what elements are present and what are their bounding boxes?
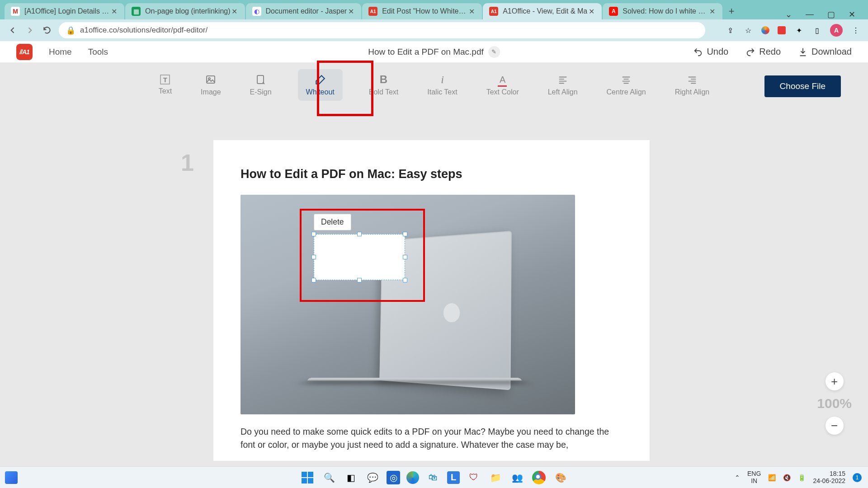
tray-chevron-icon[interactable]: ⌃ [735,474,740,481]
document-paragraph: Do you need to make some quick edits to … [241,425,623,452]
back-button[interactable] [7,25,18,36]
document-heading: How to Edit a PDF on Mac: Easy steps [241,167,623,181]
taskbar-app-icon[interactable]: L [447,471,460,484]
browser-tab-active[interactable]: A1 A1Office - View, Edit & Ma ✕ [483,3,602,19]
resize-handle[interactable] [311,278,316,282]
extension-icon[interactable] [761,26,769,34]
close-window-icon[interactable]: ✕ [849,9,855,19]
chat-icon[interactable]: 💬 [365,470,380,485]
undo-button[interactable]: Undo [693,47,728,57]
panel-icon[interactable]: ▯ [812,25,822,35]
delete-tooltip[interactable]: Delete [314,214,351,230]
resize-handle[interactable] [357,232,362,236]
star-icon[interactable]: ☆ [743,25,753,35]
close-icon[interactable]: ✕ [708,7,716,15]
lock-icon: 🔒 [66,26,75,35]
close-icon[interactable]: ✕ [110,7,118,15]
tool-italic[interactable]: i Italic Text [425,70,460,100]
clock[interactable]: 18:15 24-06-2022 [813,470,845,484]
close-icon[interactable]: ✕ [231,7,239,15]
browser-tab[interactable]: A Solved: How do I white out ✕ [603,3,722,19]
browser-tab[interactable]: A1 Edit Post "How to White Ou ✕ [362,3,482,19]
browser-tab[interactable]: ▦ On-page blog (interlinking) ✕ [125,3,245,19]
nav-home[interactable]: Home [49,47,72,57]
reload-button[interactable] [42,25,52,36]
browser-address-bar: 🔒 a1office.co/solutions/editor/pdf-edito… [0,19,868,41]
chrome-icon[interactable] [531,470,547,485]
choose-file-button[interactable]: Choose File [764,75,841,97]
gmail-icon: M [11,7,20,16]
chevron-down-icon[interactable]: ⌄ [785,9,792,19]
store-icon[interactable]: 🛍 [425,470,441,485]
edit-title-button[interactable]: ✎ [488,46,500,58]
forward-button[interactable] [24,25,35,36]
mcafee-icon[interactable]: 🛡 [466,470,481,485]
extension-icon[interactable] [778,26,786,34]
nav-tools[interactable]: Tools [88,47,108,57]
start-button[interactable] [300,470,315,485]
tool-bold[interactable]: B Bold Text [366,70,401,100]
edge-icon[interactable] [406,471,419,484]
document-title: How to Edit a PDF on Mac.pdf [368,47,484,57]
tool-image[interactable]: Image [198,70,223,100]
maximize-icon[interactable]: ▢ [827,9,835,19]
window-controls: ⌄ — ▢ ✕ [785,9,863,19]
notification-badge[interactable]: 1 [853,473,862,482]
whiteout-selection[interactable] [314,234,405,280]
sheets-icon: ▦ [132,7,141,16]
teams-icon[interactable]: 👥 [509,470,525,485]
eraser-icon [314,74,326,85]
redo-button[interactable]: Redo [745,47,781,57]
app-header: //A1 Home Tools How to Edit a PDF on Mac… [0,41,868,63]
resize-handle[interactable] [311,255,316,259]
align-left-icon [557,74,569,85]
tab-title: On-page blog (interlinking) [145,7,231,15]
close-icon[interactable]: ✕ [467,7,476,15]
taskbar-app-icon[interactable]: ◎ [387,471,400,484]
url-input[interactable]: 🔒 a1office.co/solutions/editor/pdf-edito… [59,22,705,38]
file-explorer-icon[interactable]: 📁 [488,470,503,485]
tool-whiteout[interactable]: Whiteout [298,69,343,101]
zoom-controls: + 100% − [817,372,852,435]
browser-tab[interactable]: ◐ Document editor - Jasper ✕ [246,3,362,19]
resize-handle[interactable] [403,232,407,236]
resize-handle[interactable] [311,232,316,236]
volume-icon[interactable]: 🔇 [783,474,791,481]
resize-handle[interactable] [357,278,362,282]
share-icon[interactable]: ⇪ [725,25,735,35]
adobe-icon: A [609,7,618,16]
document-image [241,195,575,414]
extensions-icon[interactable]: ✦ [794,25,804,35]
close-icon[interactable]: ✕ [587,7,595,15]
editor-canvas[interactable]: 1 How to Edit a PDF on Mac: Easy steps D… [0,127,868,466]
language-indicator[interactable]: ENG [747,470,761,477]
browser-tab[interactable]: M [A1Office] Login Details - a ✕ [5,3,124,19]
profile-avatar[interactable]: A [830,24,843,37]
tool-centrealign[interactable]: Centre Align [604,70,649,100]
new-tab-button[interactable]: + [723,3,740,19]
tool-text[interactable]: T Text [156,71,175,99]
zoom-out-button[interactable]: − [826,417,844,435]
paint-icon[interactable]: 🎨 [553,470,568,485]
task-view-icon[interactable]: ◧ [343,470,359,485]
language-region: IN [747,478,761,484]
zoom-percent: 100% [817,396,852,411]
app-logo[interactable]: //A1 [16,44,33,60]
wifi-icon[interactable]: 📶 [768,474,776,481]
battery-icon[interactable]: 🔋 [798,474,806,481]
editor-toolbar: T Text Image E-Sign Whiteout B Bold Text… [0,63,868,107]
tool-textcolor[interactable]: A Text Color [484,70,522,100]
resize-handle[interactable] [403,255,407,259]
download-button[interactable]: Download [798,47,852,57]
resize-handle[interactable] [403,278,407,282]
pdf-page: How to Edit a PDF on Mac: Easy steps Do … [213,140,650,461]
zoom-in-button[interactable]: + [826,372,844,390]
more-icon[interactable]: ⋮ [851,25,861,35]
tool-esign[interactable]: E-Sign [247,70,274,100]
search-icon[interactable]: 🔍 [321,470,337,485]
tool-leftalign[interactable]: Left Align [545,70,580,100]
minimize-icon[interactable]: — [806,9,814,19]
tool-rightalign[interactable]: Right Align [672,70,712,100]
close-icon[interactable]: ✕ [347,7,355,15]
widgets-icon[interactable] [5,471,18,484]
